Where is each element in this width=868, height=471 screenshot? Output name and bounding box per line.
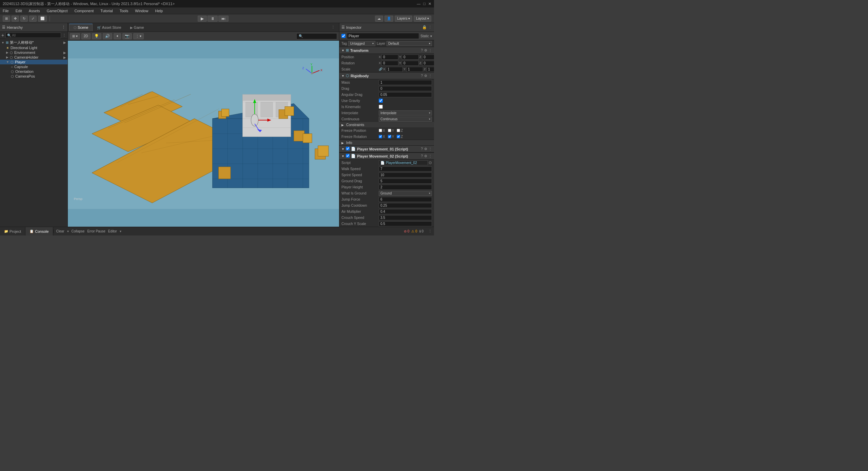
scale-y-input[interactable] <box>406 67 423 72</box>
pm02-header[interactable]: ▼ 📄 Player Movement_02 (Script) ? ⚙ ⋮ <box>339 153 434 160</box>
editor-btn[interactable]: Editor <box>108 229 117 233</box>
pm02-more-btn[interactable]: ⋮ <box>429 154 432 158</box>
hier-item-player[interactable]: ▼ ⬡ Player <box>0 60 67 64</box>
hier-item-capsule[interactable]: ○ Capsule <box>0 64 67 69</box>
toolbar-rect-btn[interactable]: ⬜ <box>38 16 47 22</box>
toolbar-move-btn[interactable]: ✥ <box>12 16 19 22</box>
pause-button[interactable]: ⏸ <box>208 16 218 22</box>
transform-more-btn[interactable]: ⋮ <box>429 48 432 52</box>
menu-tools[interactable]: Tools <box>118 9 130 13</box>
bottom-options-btn[interactable]: ⋮ <box>426 229 434 233</box>
freeze-rot-y-checkbox[interactable] <box>388 135 391 138</box>
rigidbody-header[interactable]: ▼ ⬡ Rigidbody ? ⚙ ⋮ <box>339 73 434 79</box>
use-gravity-checkbox[interactable] <box>379 99 383 103</box>
hier-item-light[interactable]: ☀ Directional Light <box>0 45 67 50</box>
rb-help-btn[interactable]: ? <box>421 74 423 78</box>
layout-dropdown[interactable]: Layout ▾ <box>414 16 431 22</box>
pos-y-input[interactable] <box>402 55 419 60</box>
angular-drag-input[interactable] <box>379 92 432 97</box>
jump-cooldown-input[interactable] <box>379 203 432 208</box>
pm01-header[interactable]: ▼ 📄 Player Movement_01 (Script) ? ⚙ ⋮ <box>339 146 434 152</box>
error-pause-btn[interactable]: Error Pause <box>87 229 105 233</box>
play-button[interactable]: ▶ <box>198 16 207 22</box>
drag-input[interactable] <box>379 86 432 91</box>
scene-options-btn[interactable]: ⋮ <box>329 25 338 29</box>
pm01-more-btn[interactable]: ⋮ <box>429 147 432 151</box>
asset-store-tab[interactable]: 🛒 Asset Store <box>93 24 125 31</box>
freeze-rot-z-checkbox[interactable] <box>397 135 400 138</box>
maximize-btn[interactable]: □ <box>423 2 426 6</box>
scene-tab[interactable]: ⬡ Scene <box>69 24 93 31</box>
rot-y-input[interactable] <box>402 61 419 66</box>
pm01-settings-btn[interactable]: ⚙ <box>424 147 427 151</box>
scene-search[interactable]: 🔍 <box>296 33 337 39</box>
pm02-help-btn[interactable]: ? <box>421 154 423 158</box>
toolbar-rotate-btn[interactable]: ↻ <box>20 16 28 22</box>
pm01-help-btn[interactable]: ? <box>421 147 423 151</box>
freeze-pos-x-checkbox[interactable] <box>379 129 382 132</box>
player-height-input[interactable] <box>379 185 432 190</box>
scale-x-input[interactable] <box>386 67 403 72</box>
scene-light-btn[interactable]: 💡 <box>92 33 101 39</box>
collapse-btn[interactable]: Collapse <box>72 229 85 233</box>
collision-detection-dropdown[interactable]: Continuous ▾ <box>379 117 432 122</box>
script-ref[interactable]: 📄 PlayerMovement_02 <box>379 160 428 165</box>
hier-item-cameraholder[interactable]: ▶ ⬡ CameraHolder ▶ <box>0 55 67 60</box>
inspector-lock-btn[interactable]: 🔒 <box>422 25 427 29</box>
toolbar-scale-btn[interactable]: ⤢ <box>29 16 37 22</box>
hier-item-orientation[interactable]: ⬡ Orientation <box>0 69 67 74</box>
hier-item-env[interactable]: ▶ ⬡ Environment ▶ <box>0 50 67 55</box>
pm02-settings-btn[interactable]: ⚙ <box>424 154 427 158</box>
rot-z-input[interactable] <box>422 61 434 66</box>
hierarchy-add-btn[interactable]: + <box>1 33 4 38</box>
what-is-ground-dropdown[interactable]: Ground ▾ <box>379 191 432 196</box>
cloud-btn[interactable]: ☁ <box>375 16 383 22</box>
scene-viewport[interactable]: X Y Z Persp <box>68 41 339 227</box>
hier-item-camerapos[interactable]: ⬡ CameraPos <box>0 74 67 79</box>
transform-help-btn[interactable]: ? <box>421 48 423 52</box>
scene-view-btn[interactable]: 2D <box>81 33 91 39</box>
step-button[interactable]: ⏭ <box>218 16 229 22</box>
object-active-checkbox[interactable] <box>341 34 346 38</box>
scene-audio-btn[interactable]: 🔊 <box>103 33 112 39</box>
pm01-enabled-checkbox[interactable] <box>346 147 350 151</box>
pos-z-input[interactable] <box>422 55 434 60</box>
menu-edit[interactable]: Edit <box>14 9 23 13</box>
clear-btn[interactable]: Clear <box>56 229 64 233</box>
ground-drag-input[interactable] <box>379 179 432 184</box>
mass-input[interactable] <box>379 80 432 85</box>
hierarchy-options-btn[interactable]: ⋮ <box>62 33 66 38</box>
layer-dropdown[interactable]: Default ▾ <box>387 41 432 46</box>
menu-gameobject[interactable]: GameObject <box>45 9 69 13</box>
pm02-enabled-checkbox[interactable] <box>346 154 350 158</box>
menu-window[interactable]: Window <box>134 9 150 13</box>
menu-help[interactable]: Help <box>154 9 164 13</box>
scale-z-input[interactable] <box>427 67 434 72</box>
hierarchy-menu-btn[interactable]: ⋮ <box>62 25 65 29</box>
jump-force-input[interactable] <box>379 197 432 202</box>
account-btn[interactable]: 👤 <box>384 16 393 22</box>
layers-dropdown[interactable]: Layers ▾ <box>395 16 412 22</box>
project-tab[interactable]: 📁 Project <box>0 227 25 236</box>
crouch-y-scale-input[interactable] <box>379 221 432 226</box>
menu-assets[interactable]: Assets <box>27 9 41 13</box>
scene-gizmos-btn[interactable]: ⋮ ▾ <box>133 33 144 39</box>
freeze-pos-y-checkbox[interactable] <box>388 129 391 132</box>
clear-dropdown[interactable]: ▾ <box>67 229 69 233</box>
inspector-menu-btn[interactable]: ⋮ <box>428 25 432 29</box>
pos-x-input[interactable] <box>381 55 398 60</box>
close-btn[interactable]: ✕ <box>428 2 431 6</box>
scene-camera-btn[interactable]: 📷 <box>122 33 132 39</box>
crouch-speed-input[interactable] <box>379 215 432 220</box>
console-tab[interactable]: 📋 Console <box>25 227 53 236</box>
rot-x-input[interactable] <box>381 61 398 66</box>
minimize-btn[interactable]: — <box>417 2 420 6</box>
game-tab[interactable]: ▶ Game <box>126 24 149 31</box>
walk-speed-input[interactable] <box>379 166 432 171</box>
script-select-btn[interactable]: ⊙ <box>429 160 432 165</box>
toolbar-transform-btn[interactable]: ⊞ <box>3 16 10 22</box>
freeze-pos-z-checkbox[interactable] <box>397 129 400 132</box>
freeze-rot-x-checkbox[interactable] <box>379 135 382 138</box>
hier-item-root[interactable]: ▼ ⊞ 第一人称移动* ▶ <box>0 40 67 45</box>
scene-shading-btn[interactable]: ⊞ ▾ <box>70 33 80 39</box>
